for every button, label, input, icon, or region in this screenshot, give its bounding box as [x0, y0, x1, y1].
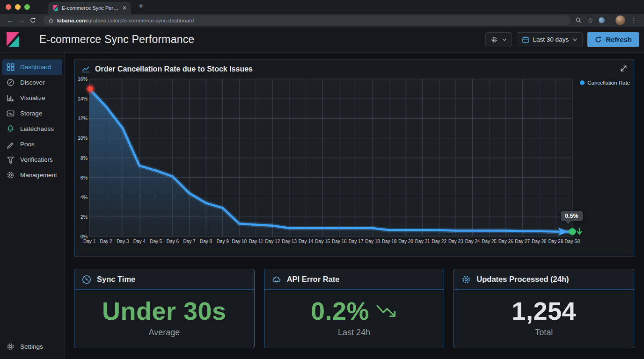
- gear-icon: [6, 342, 15, 351]
- main-content: Order Cancellation Rate due to Stock Iss…: [65, 53, 644, 359]
- zoom-search-icon[interactable]: [575, 17, 582, 24]
- url-text: kibana.com/grafana.colors/e-commerce-syn…: [57, 18, 194, 23]
- page-title: E-commerce Sync Performance: [39, 33, 194, 46]
- sidebar-item-liatechaoss[interactable]: Liatéchaoss: [2, 121, 62, 136]
- calendar-icon: [522, 36, 529, 43]
- card-title: Sync Time: [97, 275, 135, 284]
- address-bar[interactable]: kibana.com/grafana.colors/e-commerce-syn…: [43, 15, 571, 25]
- y-tick-label: 6%: [80, 175, 88, 180]
- sidebar-item-discover[interactable]: Discover: [2, 75, 62, 90]
- chart-title: Order Cancellation Rate due to Stock Iss…: [95, 65, 253, 73]
- sidebar-item-settings[interactable]: Settings: [2, 339, 62, 354]
- back-icon[interactable]: ←: [5, 17, 16, 24]
- toolbar-divider: [610, 17, 610, 24]
- y-tick-label: 12%: [78, 115, 88, 121]
- grid-icon: [6, 63, 15, 72]
- cancellation-rate-line-chart[interactable]: [89, 79, 572, 237]
- browser-toolbar: ← → kibana.com/grafana.colors/e-commerce…: [0, 14, 644, 27]
- x-tick-label: Day 13: [282, 239, 297, 244]
- tab-close-icon[interactable]: ✕: [122, 5, 127, 11]
- sidebar-item-label: Management: [20, 172, 57, 179]
- x-tick-label: Day 3: [117, 239, 129, 244]
- clock-icon: [81, 274, 92, 285]
- x-tick-label: Day 18: [365, 239, 380, 244]
- settings-dropdown[interactable]: [485, 32, 512, 47]
- browser-tab-strip: E-commerce Sync Performance ✕ +: [0, 0, 644, 14]
- x-tick-label: Day 23: [448, 239, 463, 244]
- sidebar-item-label: Storage: [20, 110, 42, 117]
- compass-icon: [6, 78, 15, 87]
- close-window-button[interactable]: [6, 4, 11, 10]
- bar-chart-icon: [6, 93, 15, 102]
- y-axis: 0%2%4%6%8%10%12%14%16%: [76, 79, 88, 237]
- gear-icon: [6, 171, 15, 180]
- x-tick-label: Day 28: [532, 239, 547, 244]
- x-tick-label: Day 16: [332, 239, 347, 244]
- window-controls[interactable]: [6, 4, 30, 10]
- x-tick-label: Day 22: [432, 239, 446, 244]
- x-tick-label: Day 20: [398, 239, 413, 244]
- x-tick-label: Day 19: [382, 239, 397, 244]
- tooltip-value: 0.5%: [565, 213, 578, 219]
- sidebar-item-label: Visualize: [20, 94, 45, 101]
- sidebar-item-poos[interactable]: Poos: [2, 136, 62, 152]
- refresh-button[interactable]: Refresh: [587, 32, 639, 47]
- api-error-rate-card: API Error Rate 0.2% Last 24h: [264, 269, 445, 348]
- y-tick-label: 16%: [78, 76, 88, 82]
- x-tick-label: Day 14: [299, 239, 314, 244]
- sidebar: Dashboard Discover Visualize Storage Lia…: [0, 53, 65, 359]
- chevron-down-icon: [502, 37, 507, 42]
- bookmark-star-icon[interactable]: ☆: [587, 17, 593, 24]
- legend-dot: [580, 80, 585, 85]
- header-controls: Last 30 days Refresh: [485, 32, 639, 47]
- x-tick-label: Day 29: [549, 239, 564, 244]
- sidebar-item-label: Liatéchaoss: [20, 125, 54, 132]
- x-tick-label: Day 10: [232, 239, 247, 244]
- x-tick-label: Day 9: [217, 239, 229, 244]
- sidebar-item-label: Poos: [20, 141, 35, 148]
- header-divider: [26, 27, 26, 53]
- x-tick-label: Day 2: [100, 239, 112, 244]
- sidebar-item-management[interactable]: Management: [2, 167, 62, 183]
- kibana-logo[interactable]: [5, 32, 21, 48]
- time-range-picker[interactable]: Last 30 days: [517, 32, 583, 47]
- x-tick-label: Day 1: [83, 239, 95, 244]
- sidebar-item-storage[interactable]: Storage: [2, 106, 62, 121]
- x-axis: Day 1Day 2Day 3Day 4Day 5Day 6Day 7Day 8…: [89, 239, 572, 246]
- sidebar-item-label: Settings: [20, 343, 43, 350]
- updates-processed-value: 1,254: [512, 298, 576, 323]
- new-tab-button[interactable]: +: [139, 2, 144, 10]
- sidebar-item-dashboard[interactable]: Dashboard: [2, 59, 62, 75]
- browser-menu-icon[interactable]: ⋮: [630, 17, 637, 24]
- y-tick-label: 8%: [80, 155, 88, 161]
- url-host: kibana.com: [57, 18, 87, 23]
- maximize-window-button[interactable]: [24, 4, 30, 10]
- refresh-icon: [594, 36, 602, 43]
- expand-panel-icon[interactable]: [619, 64, 628, 74]
- card-title: API Error Rate: [287, 275, 340, 284]
- chart-legend[interactable]: Cancellation Rate: [580, 80, 630, 86]
- card-caption: Last 24h: [338, 328, 370, 337]
- chart-tooltip: 0.5%: [561, 211, 583, 221]
- x-tick-label: Day 7: [183, 239, 195, 244]
- gear-icon: [490, 36, 498, 43]
- favicon: [52, 5, 59, 11]
- profile-avatar[interactable]: [615, 15, 625, 25]
- time-range-label: Last 30 days: [533, 36, 569, 43]
- extension-icon[interactable]: [599, 17, 605, 23]
- card-header: Sync Time: [74, 269, 254, 290]
- x-tick-label: Day 21: [415, 239, 430, 244]
- x-tick-label: Day 5: [150, 239, 162, 244]
- chart-plot-area[interactable]: 0.5%: [89, 79, 572, 237]
- sidebar-item-visualize[interactable]: Visualize: [2, 90, 62, 106]
- card-caption: Total: [535, 328, 553, 337]
- reload-icon[interactable]: [27, 17, 38, 24]
- sidebar-item-verificatiers[interactable]: Verificatiers: [2, 152, 62, 167]
- forward-icon[interactable]: →: [16, 17, 27, 24]
- minimize-window-button[interactable]: [15, 4, 21, 10]
- x-tick-label: Day 4: [133, 239, 146, 244]
- sidebar-item-label: Verificatiers: [20, 156, 53, 163]
- pencil-icon: [6, 140, 15, 149]
- browser-tab[interactable]: E-commerce Sync Performance ✕: [48, 2, 131, 14]
- lock-icon: [48, 18, 54, 23]
